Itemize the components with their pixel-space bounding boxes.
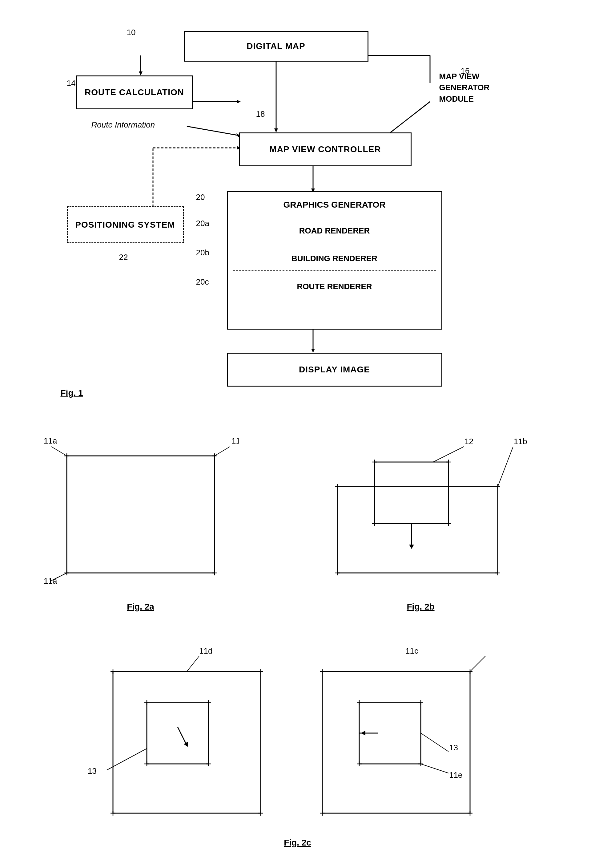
fig2a-svg: 11a 11a 11a — [42, 437, 239, 598]
svg-marker-62 — [184, 742, 188, 747]
svg-line-9 — [187, 126, 239, 136]
svg-text:11e: 11e — [449, 771, 462, 779]
svg-rect-60 — [147, 702, 208, 764]
label-22: 22 — [119, 252, 128, 262]
label-20b: 20b — [196, 248, 209, 257]
svg-rect-83 — [322, 672, 470, 813]
svg-rect-35 — [338, 487, 498, 573]
box-graphics-gen: GRAPHICS GENERATOR — [227, 192, 442, 217]
box-road-renderer: ROAD RENDERER — [233, 219, 436, 244]
svg-text:11a: 11a — [44, 437, 57, 446]
fig1-caption: Fig. 1 — [60, 388, 83, 398]
svg-marker-86 — [361, 731, 365, 735]
svg-line-105 — [421, 764, 448, 773]
svg-text:12: 12 — [464, 437, 473, 446]
label-map-view-gen: MAP VIEW GENERATOR MODULE — [439, 71, 490, 105]
svg-text:11a: 11a — [44, 576, 57, 586]
label-route-info: Route Information — [91, 120, 155, 130]
svg-line-30 — [215, 447, 230, 456]
label-18: 18 — [256, 109, 265, 119]
fig2a-caption: Fig. 2a — [42, 602, 239, 612]
fig2c-caption: Fig. 2c — [36, 838, 559, 848]
fig2b-svg: 12 11b — [313, 437, 529, 598]
box-display-image: DISPLAY IMAGE — [227, 353, 442, 387]
svg-text:11d: 11d — [199, 646, 212, 655]
label-20c: 20c — [196, 277, 209, 287]
label-14: 14 — [67, 78, 76, 88]
svg-marker-8 — [237, 100, 241, 103]
svg-rect-20 — [67, 456, 215, 573]
svg-text:11a: 11a — [231, 437, 239, 446]
svg-line-79 — [187, 656, 199, 672]
box-building-renderer: BUILDING RENDERER — [233, 247, 436, 271]
svg-text:13: 13 — [449, 743, 458, 752]
fig2-row: 11a 11a 11a Fig. 2a — [36, 437, 559, 622]
svg-line-29 — [52, 447, 67, 456]
svg-line-61 — [178, 727, 187, 745]
label-20: 20 — [196, 192, 205, 202]
box-digital-map: DIGITAL MAP — [184, 31, 368, 62]
box-map-view-controller: MAP VIEW CONTROLLER — [239, 133, 412, 166]
svg-marker-54 — [409, 545, 414, 549]
svg-rect-36 — [375, 462, 448, 524]
fig2c-container: 11d 13 — [36, 641, 559, 848]
fig2b-panel: 12 11b Fig. 2b — [313, 437, 529, 612]
svg-marker-1 — [139, 71, 143, 75]
label-10: 10 — [127, 28, 136, 37]
svg-text:13: 13 — [88, 766, 97, 776]
svg-text:11b: 11b — [514, 437, 527, 446]
fig2a-panel: 11a 11a 11a Fig. 2a — [42, 437, 239, 612]
svg-line-104 — [421, 733, 448, 751]
box-route-renderer: ROUTE RENDERER — [233, 274, 436, 299]
label-20a: 20a — [196, 219, 209, 228]
fig2b-caption: Fig. 2b — [313, 602, 529, 612]
box-route-calc: ROUTE CALCULATION — [76, 75, 193, 109]
box-positioning: POSITIONING SYSTEM — [67, 207, 184, 244]
figure-1-container: 10 DIGITAL MAP 14 16 ROUTE CALCULATION M… — [36, 18, 559, 413]
svg-marker-16 — [311, 349, 315, 353]
svg-text:11c: 11c — [405, 646, 418, 655]
svg-line-103 — [470, 656, 485, 672]
svg-line-56 — [498, 447, 513, 487]
svg-marker-4 — [274, 128, 278, 133]
page: 10 DIGITAL MAP 14 16 ROUTE CALCULATION M… — [0, 0, 595, 868]
fig2c-svg: 11d 13 — [82, 641, 513, 832]
